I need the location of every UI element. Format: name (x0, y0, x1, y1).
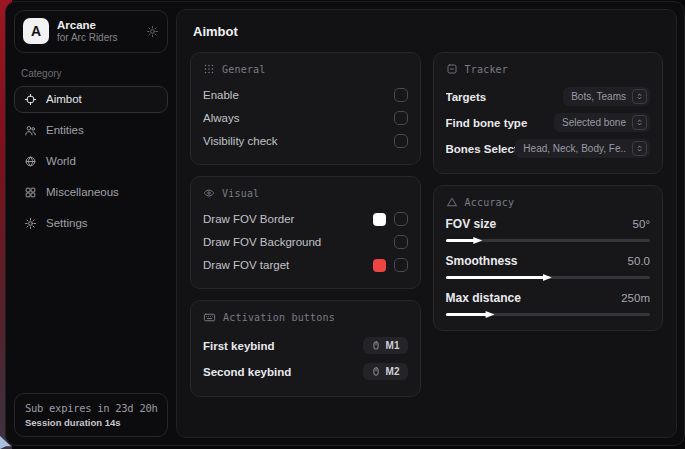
max-distance-slider[interactable] (446, 313, 651, 316)
sidebar-item-settings[interactable]: Settings (14, 210, 168, 237)
setting-row-fov-target: Draw FOV target (203, 254, 408, 276)
setting-label: First keybind (203, 340, 363, 352)
setting-label: Visibility check (203, 135, 394, 147)
setting-row-fov-border: Draw FOV Border (203, 208, 408, 230)
fov-size-slider[interactable] (446, 239, 651, 242)
card-title: Tracker (465, 64, 509, 75)
sidebar-item-label: Settings (46, 217, 88, 229)
setting-label: Draw FOV target (203, 259, 373, 271)
brand-subtitle: for Arc Riders (57, 32, 118, 45)
card-title: General (222, 64, 266, 75)
unfold-icon (632, 89, 647, 104)
fov-border-color-swatch[interactable] (373, 213, 386, 226)
sidebar-item-world[interactable]: World (14, 148, 168, 175)
tracker-card: Tracker Targets Bots, Teams (433, 52, 664, 174)
keybind-value: M2 (386, 366, 400, 377)
sidebar-item-aimbot[interactable]: Aimbot (14, 86, 168, 113)
always-checkbox[interactable] (394, 111, 408, 125)
grid-icon (24, 186, 37, 199)
slider-value: 50° (633, 218, 650, 230)
sidebar-item-miscellaneous[interactable]: Miscellaneous (14, 179, 168, 206)
keyboard-icon (203, 311, 216, 324)
find-bone-type-dropdown[interactable]: Selected bone (554, 113, 650, 132)
gear-icon[interactable] (146, 25, 159, 38)
enable-checkbox[interactable] (394, 88, 408, 102)
setting-label: Always (203, 112, 394, 124)
keybind-value: M1 (386, 340, 400, 351)
brand-card: A Arcane for Arc Riders (14, 10, 168, 53)
slider-value: 50.0 (628, 255, 650, 267)
card-title: Activation buttons (223, 312, 335, 323)
setting-row-find-bone-type: Find bone type Selected bone (446, 110, 651, 135)
smoothness-slider[interactable] (446, 276, 651, 279)
general-card: General Enable Always Visibility check (190, 52, 421, 165)
fov-target-checkbox[interactable] (394, 258, 408, 272)
mouse-icon (371, 366, 381, 377)
eye-icon (203, 187, 215, 199)
dropdown-value: Selected bone (562, 117, 626, 128)
slider-fill (446, 276, 548, 279)
visual-card: Visual Draw FOV Border Draw FOV Backgrou… (190, 176, 421, 289)
setting-row-enable: Enable (203, 84, 408, 106)
unfold-icon (632, 115, 647, 130)
session-duration-text: Session duration 14s (25, 417, 157, 428)
brand-text: Arcane for Arc Riders (57, 18, 118, 45)
sidebar-item-label: Entities (46, 124, 84, 136)
users-icon (24, 124, 37, 137)
triangle-icon (446, 196, 458, 208)
slider-thumb[interactable] (543, 273, 552, 282)
unfold-icon (632, 141, 647, 156)
category-label: Category (21, 68, 164, 79)
visibility-check-checkbox[interactable] (394, 134, 408, 148)
bones-selected-dropdown[interactable]: Head, Neck, Body, Fe.. (515, 139, 650, 158)
brand-name: Arcane (57, 18, 118, 32)
setting-label: Draw FOV Border (203, 213, 373, 225)
app-window: A Arcane for Arc Riders Category (5, 1, 685, 446)
setting-row-always: Always (203, 107, 408, 129)
sidebar-item-label: World (46, 155, 76, 167)
setting-label: Smoothness (446, 254, 628, 268)
accuracy-card: Accuracy FOV size 50° (433, 185, 664, 331)
setting-row-targets: Targets Bots, Teams (446, 84, 651, 109)
globe-icon (24, 155, 37, 168)
slider-fill (446, 313, 491, 316)
slider-thumb[interactable] (486, 310, 495, 319)
sidebar-item-label: Aimbot (46, 93, 82, 105)
sidebar-item-entities[interactable]: Entities (14, 117, 168, 144)
fov-background-checkbox[interactable] (394, 235, 408, 249)
activation-card: Activation buttons First keybind M1 (190, 300, 421, 397)
main-panel: Aimbot General (176, 9, 677, 438)
sidebar: A Arcane for Arc Riders Category (6, 2, 176, 445)
setting-label: Bones Selected (446, 143, 516, 155)
sub-expiry-text: Sub expires in 23d 20h (25, 402, 157, 414)
mouse-icon (371, 340, 381, 351)
setting-label: Find bone type (446, 117, 555, 129)
setting-row-max-distance: Max distance 250m (446, 291, 651, 316)
setting-label: Enable (203, 89, 394, 101)
setting-row-fov-background: Draw FOV Background (203, 231, 408, 253)
sidebar-item-label: Miscellaneous (46, 186, 119, 198)
screenshot-stage: A Arcane for Arc Riders Category (0, 0, 685, 449)
setting-label: FOV size (446, 217, 633, 231)
setting-row-smoothness: Smoothness 50.0 (446, 254, 651, 279)
slider-thumb[interactable] (473, 236, 482, 245)
targets-dropdown[interactable]: Bots, Teams (563, 87, 650, 106)
setting-label: Second keybind (203, 366, 363, 378)
first-keybind-button[interactable]: M1 (363, 337, 408, 354)
fov-target-color-swatch[interactable] (373, 259, 386, 272)
setting-row-bones-selected: Bones Selected Head, Neck, Body, Fe.. (446, 136, 651, 161)
fov-border-checkbox[interactable] (394, 212, 408, 226)
dots-grid-icon (203, 63, 215, 75)
setting-row-fov-size: FOV size 50° (446, 217, 651, 242)
setting-row-first-keybind: First keybind M1 (203, 333, 408, 358)
card-title: Visual (222, 188, 259, 199)
brand-logo: A (23, 18, 49, 44)
dropdown-value: Head, Neck, Body, Fe.. (523, 143, 626, 154)
setting-label: Max distance (446, 291, 622, 305)
gear-icon (24, 217, 37, 230)
setting-label: Draw FOV Background (203, 236, 394, 248)
subscription-card: Sub expires in 23d 20h Session duration … (14, 393, 168, 437)
second-keybind-button[interactable]: M2 (363, 363, 408, 380)
card-title: Accuracy (465, 197, 515, 208)
crosshair-icon (24, 93, 37, 106)
